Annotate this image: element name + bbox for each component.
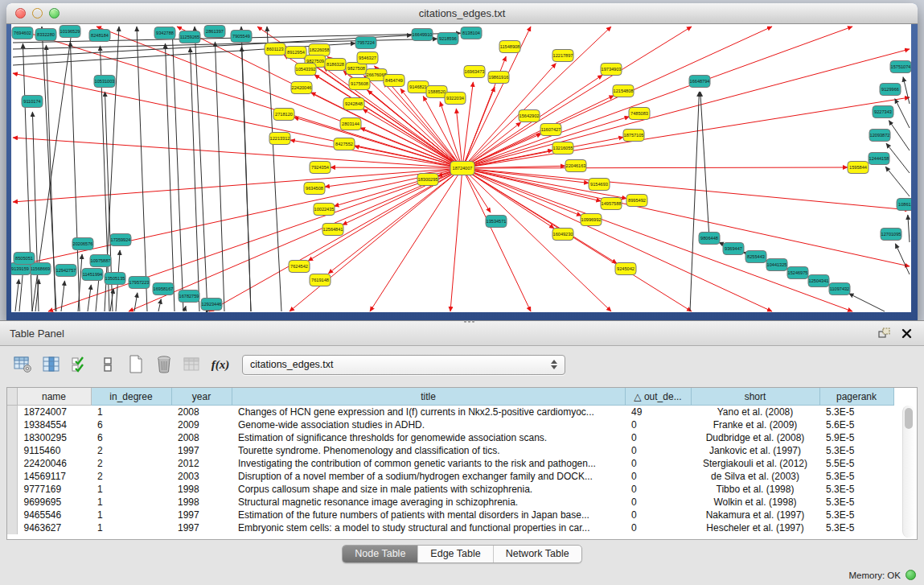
minimize-window-button[interactable] — [32, 8, 43, 19]
graph-node[interactable]: 9242848 — [343, 98, 364, 110]
table-cell[interactable]: 2 — [91, 470, 171, 483]
table-row[interactable]: 946362711997Embryonic stem cells: a mode… — [7, 521, 893, 534]
graph-node[interactable]: 1588520 — [426, 86, 447, 98]
zoom-window-button[interactable] — [49, 8, 60, 19]
table-row[interactable]: 2242004622012Investigating the contribut… — [7, 457, 893, 470]
column-header[interactable]: pagerank — [819, 388, 893, 406]
graph-node[interactable]: 15751074 — [890, 61, 911, 73]
table-cell[interactable]: 18300295 — [17, 431, 91, 444]
table-cell[interactable]: 18724007 — [17, 406, 91, 419]
graph-node[interactable]: 2861397 — [204, 26, 225, 38]
graph-node[interactable]: 10022435 — [314, 204, 335, 216]
graph-node[interactable]: 8138104 — [461, 27, 482, 39]
table-cell[interactable]: 2 — [91, 444, 171, 457]
close-panel-icon[interactable] — [898, 326, 914, 340]
table-cell[interactable]: Estimation of significance thresholds fo… — [232, 431, 625, 444]
graph-node[interactable]: 2803144 — [340, 118, 361, 130]
graph-node[interactable]: 8186328 — [325, 59, 346, 71]
graph-node[interactable]: 1595844 — [848, 162, 869, 174]
column-header[interactable]: year — [171, 388, 232, 406]
column-header[interactable]: △ out_de... — [625, 388, 691, 406]
graph-node[interactable]: 14957588 — [601, 198, 622, 210]
graph-node[interactable]: 8505051 — [14, 253, 35, 265]
table-cell[interactable]: 5.3E-5 — [819, 509, 893, 521]
graph-node[interactable]: 15246975 — [787, 267, 808, 279]
table-cell[interactable]: de Silva et al. (2003) — [691, 470, 819, 483]
scrollbar-thumb[interactable] — [905, 408, 913, 429]
graph-node[interactable]: 12564841 — [322, 224, 343, 236]
graph-node[interactable]: 9154693 — [589, 179, 610, 191]
table-cell[interactable]: Stergiakouli et al. (2012) — [691, 457, 819, 470]
table-cell[interactable]: Investigating the contribution of common… — [232, 457, 625, 470]
table-cell[interactable]: 9777169 — [17, 483, 91, 496]
graph-node[interactable]: 8248184 — [89, 30, 110, 42]
graph-node[interactable]: 9806448 — [699, 233, 720, 245]
graph-node[interactable]: 16958167 — [153, 283, 174, 295]
graph-node[interactable]: 9110174 — [22, 96, 43, 108]
graph-node[interactable]: 12154808 — [613, 85, 634, 97]
table-settings-icon[interactable] — [13, 355, 34, 374]
graph-node[interactable]: 7905549 — [231, 31, 252, 43]
show-hide-columns-icon[interactable] — [41, 355, 62, 374]
graph-node[interactable]: 17957223 — [129, 277, 150, 289]
selection-mode-icon[interactable] — [69, 355, 90, 374]
graph-node[interactable]: 12504341 — [808, 275, 829, 287]
table-cell[interactable]: 2008 — [171, 431, 232, 444]
table-cell[interactable]: Genome-wide association studies in ADHD. — [232, 418, 625, 431]
graph-node[interactable]: 13534571 — [486, 216, 507, 228]
graph-node[interactable]: 8912954 — [285, 47, 306, 59]
graph-node[interactable]: 20206576 — [72, 238, 93, 250]
column-header[interactable]: short — [691, 388, 819, 406]
graph-node[interactable]: 10975887 — [90, 255, 111, 267]
table-row[interactable]: 1872400712008Changes of HCN gene express… — [7, 406, 893, 419]
graph-node[interactable]: 7619148 — [310, 274, 331, 286]
table-cell[interactable]: 5.3E-5 — [819, 496, 893, 509]
graph-node[interactable]: 1086122 — [897, 199, 911, 211]
table-cell[interactable]: 49 — [625, 406, 691, 419]
close-window-button[interactable] — [15, 8, 26, 19]
graph-node[interactable]: 10531003 — [94, 76, 115, 88]
graph-node[interactable]: 11568669 — [30, 263, 51, 275]
table-cell[interactable]: Tibbo et al. (1998) — [691, 483, 819, 496]
graph-node[interactable]: 10543392 — [295, 64, 316, 76]
table-cell[interactable]: 5.5E-5 — [819, 457, 893, 470]
table-cell[interactable]: 0 — [625, 483, 691, 496]
graph-node[interactable]: 7694602 — [12, 27, 33, 39]
table-cell[interactable]: 0 — [625, 509, 691, 521]
column-header[interactable]: in_degree — [91, 388, 171, 406]
table-cell[interactable]: 1997 — [171, 521, 232, 534]
delete-table-icon[interactable] — [182, 355, 203, 374]
graph-node[interactable]: 18226058 — [309, 44, 330, 56]
table-selector-dropdown[interactable]: citations_edges.txt — [242, 355, 565, 375]
table-cell[interactable]: Jankovic et al. (1997) — [691, 444, 819, 457]
table-vertical-scrollbar[interactable] — [902, 406, 915, 538]
table-cell[interactable]: Nakamura et al. (1997) — [691, 509, 819, 521]
graph-node[interactable]: 19861916 — [488, 72, 509, 84]
graph-node[interactable]: 9175608 — [349, 78, 370, 90]
graph-node[interactable]: 16049230 — [552, 229, 573, 241]
graph-node[interactable]: 13505135 — [105, 273, 125, 285]
graph-node[interactable]: 9634508 — [304, 183, 325, 195]
table-cell[interactable]: 2008 — [171, 406, 232, 419]
table-row[interactable]: 911546021997Tourette syndrome. Phenomeno… — [7, 444, 893, 457]
graph-node[interactable]: 12213312 — [269, 133, 290, 145]
table-cell[interactable]: 9699695 — [17, 496, 91, 509]
graph-node[interactable]: 8601123 — [265, 43, 285, 56]
window-titlebar[interactable]: citations_edges.txt — [6, 3, 918, 24]
table-cell[interactable]: 0 — [625, 470, 691, 483]
graph-node[interactable]: 18300295 — [417, 174, 438, 186]
table-row[interactable]: 1938455462009Genome-wide association stu… — [7, 418, 893, 431]
table-cell[interactable]: 9115460 — [17, 444, 91, 457]
graph-node[interactable]: 7485083 — [629, 108, 650, 120]
graph-node[interactable]: 2718120 — [273, 109, 294, 121]
table-cell[interactable]: 5.3E-5 — [819, 521, 893, 534]
graph-node[interactable]: 16782759 — [179, 290, 199, 303]
table-cell[interactable]: 0 — [625, 496, 691, 509]
table-cell[interactable]: 0 — [625, 444, 691, 457]
graph-node[interactable]: 8454749 — [384, 75, 405, 87]
network-canvas[interactable]: 1872400786011238912954182260589827509818… — [11, 24, 911, 312]
graph-node[interactable]: 9218596 — [437, 33, 458, 45]
table-cell[interactable]: 5.3E-5 — [819, 483, 893, 496]
table-cell[interactable]: 1 — [91, 483, 171, 496]
float-panel-icon[interactable] — [876, 326, 892, 340]
